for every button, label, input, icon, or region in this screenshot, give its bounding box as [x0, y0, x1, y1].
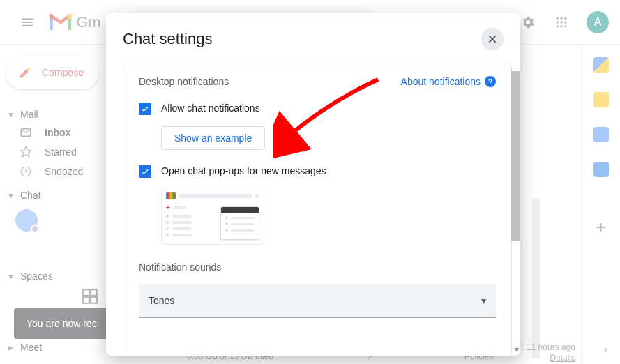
- modal-title: Chat settings: [123, 30, 212, 48]
- select-value: Tones: [149, 295, 174, 306]
- chevron-down-icon: ▾: [481, 295, 486, 306]
- check-icon: [140, 167, 150, 176]
- desktop-notifications-label: Desktop notifications: [139, 76, 229, 87]
- show-example-button[interactable]: Show an example: [161, 126, 265, 150]
- close-icon: [486, 33, 499, 45]
- allow-notifications-checkbox[interactable]: [139, 103, 151, 115]
- popup-preview-image: +: [161, 188, 264, 245]
- about-notifications-link[interactable]: About notifications ?: [401, 76, 496, 87]
- scroll-down-arrow-icon[interactable]: ▾: [515, 344, 519, 354]
- check-icon: [140, 104, 150, 114]
- notification-sounds-label: Notification sounds: [139, 261, 496, 273]
- scroll-thumb[interactable]: [511, 71, 520, 241]
- chat-settings-modal: Chat settings Desktop notifications Abou…: [106, 13, 520, 356]
- help-icon: ?: [485, 76, 496, 87]
- close-button[interactable]: [481, 28, 504, 50]
- popup-label: Open chat pop-ups for new messages: [161, 165, 326, 176]
- example-btn-text: Show an example: [174, 132, 252, 144]
- allow-notifications-label: Allow chat notifications: [161, 103, 260, 114]
- modal-scrollbar[interactable]: ▾: [511, 63, 520, 356]
- popup-checkbox[interactable]: [139, 165, 151, 178]
- about-link-text: About notifications: [401, 76, 481, 87]
- sounds-select[interactable]: Tones ▾: [139, 284, 496, 318]
